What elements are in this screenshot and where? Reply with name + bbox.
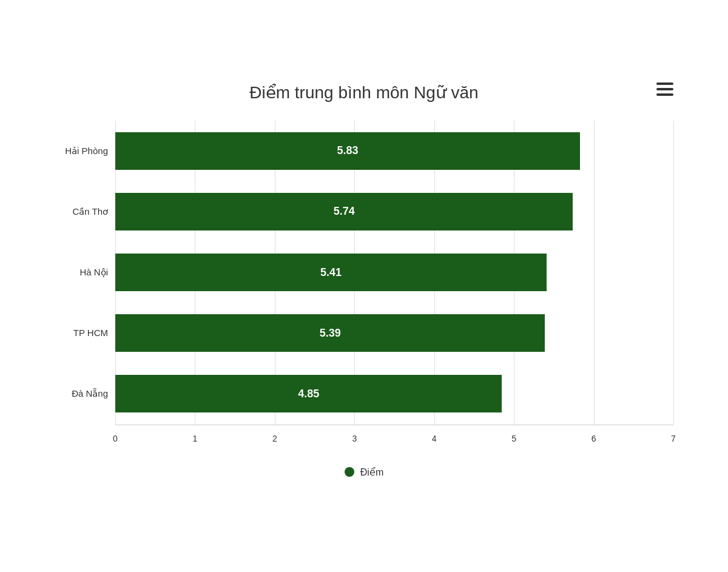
x-axis-label: 0	[113, 434, 118, 443]
y-label: Đà Nẵng	[55, 363, 115, 424]
bar-row: 5.83	[115, 121, 673, 181]
bars-wrapper: 5.835.745.415.394.85	[115, 121, 673, 425]
bar-value: 5.74	[334, 205, 355, 218]
legend: Điểm	[55, 466, 673, 478]
grid-line	[594, 121, 595, 181]
x-axis-label: 5	[511, 434, 516, 443]
bar-value: 5.83	[337, 144, 359, 157]
chart-container: Điểm trung bình môn Ngữ văn Hải PhòngCần…	[30, 70, 698, 502]
bar-row: 5.74	[115, 181, 673, 242]
y-label: Hải Phòng	[55, 121, 115, 181]
grid-line	[673, 121, 674, 181]
bar: 4.85	[115, 375, 502, 412]
y-label: Hà Nội	[55, 242, 115, 303]
chart-header: Điểm trung bình môn Ngữ văn	[55, 82, 673, 103]
legend-dot	[345, 467, 354, 477]
grid-line	[673, 242, 674, 303]
bar-value: 5.41	[320, 266, 342, 279]
y-labels: Hải PhòngCần ThơHà NộiTP HCMĐà Nẵng	[55, 121, 115, 448]
grid-line	[673, 303, 674, 363]
grid-line	[594, 303, 595, 363]
bar-row: 5.41	[115, 242, 673, 303]
grid-line	[514, 363, 514, 424]
bar-value: 4.85	[298, 388, 319, 400]
x-axis-label: 2	[272, 434, 277, 443]
chart-title: Điểm trung bình môn Ngữ văn	[249, 82, 478, 103]
bars-section: 5.835.745.415.394.85 01234567	[115, 121, 673, 448]
x-axis-label: 4	[432, 434, 437, 443]
y-label: Cần Thơ	[55, 181, 115, 242]
bar-row: 4.85	[115, 363, 673, 424]
grid-line	[673, 363, 674, 424]
legend-label: Điểm	[360, 466, 383, 478]
grid-line	[594, 363, 595, 424]
menu-icon[interactable]	[656, 82, 673, 96]
x-axis-label: 1	[193, 434, 198, 443]
x-axis-label: 7	[671, 434, 676, 443]
bar-value: 5.39	[320, 327, 341, 340]
x-axis-line	[115, 425, 673, 425]
bar: 5.41	[115, 254, 547, 291]
y-label: TP HCM	[55, 303, 115, 363]
grid-line	[594, 181, 595, 242]
bar: 5.74	[115, 193, 573, 230]
chart-area: Hải PhòngCần ThơHà NộiTP HCMĐà Nẵng 5.83…	[55, 121, 673, 448]
grid-line	[594, 242, 595, 303]
bar: 5.83	[115, 132, 580, 170]
grid-line	[673, 181, 674, 242]
x-axis-labels: 01234567	[115, 430, 673, 448]
bar: 5.39	[115, 314, 545, 352]
x-axis-label: 3	[352, 434, 357, 443]
x-axis-label: 6	[592, 434, 596, 443]
bar-row: 5.39	[115, 303, 673, 363]
